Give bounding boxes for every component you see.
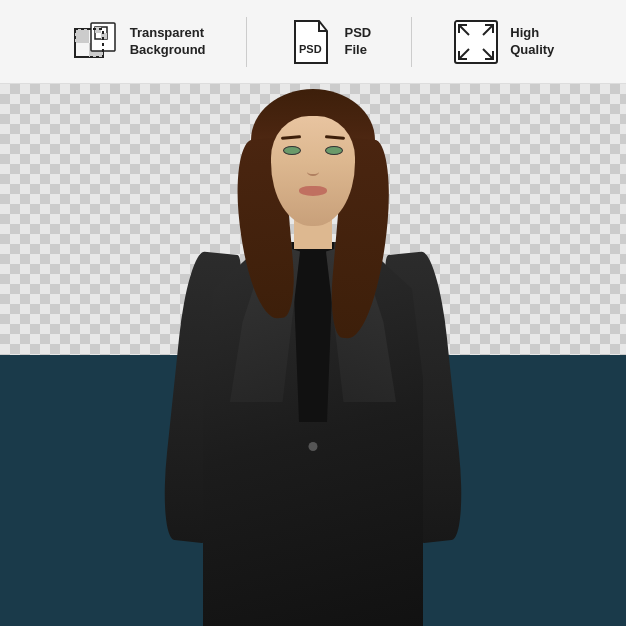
transparent-bg-label1: Transparent xyxy=(130,25,206,42)
head xyxy=(263,104,363,234)
person-figure xyxy=(143,84,483,626)
transparent-bg-label2: Background xyxy=(130,42,206,59)
quality-text: High Quality xyxy=(510,25,554,59)
transparent-bg-text: Transparent Background xyxy=(130,25,206,59)
svg-rect-1 xyxy=(75,29,89,43)
right-brow xyxy=(325,135,345,140)
quality-label2: Quality xyxy=(510,42,554,59)
lips xyxy=(299,186,327,196)
svg-text:PSD: PSD xyxy=(299,43,322,55)
divider-1 xyxy=(246,17,247,67)
psd-icon: PSD xyxy=(287,18,335,66)
quality-item: High Quality xyxy=(452,18,554,66)
divider-2 xyxy=(411,17,412,67)
header-bar: Transparent Background PSD PSD File xyxy=(0,0,626,84)
transparent-bg-item: Transparent Background xyxy=(72,18,206,66)
psd-file-item: PSD PSD File xyxy=(287,18,372,66)
left-brow xyxy=(281,135,301,140)
main-image-area xyxy=(0,84,626,626)
transparent-bg-icon xyxy=(72,18,120,66)
face xyxy=(271,116,355,226)
psd-label2: File xyxy=(345,42,372,59)
suit-button xyxy=(309,442,318,451)
main-container: Transparent Background PSD PSD File xyxy=(0,0,626,626)
right-eye xyxy=(325,146,343,155)
quality-label1: High xyxy=(510,25,554,42)
psd-text: PSD File xyxy=(345,25,372,59)
quality-icon xyxy=(452,18,500,66)
psd-label1: PSD xyxy=(345,25,372,42)
nose xyxy=(307,168,319,176)
left-eye xyxy=(283,146,301,155)
